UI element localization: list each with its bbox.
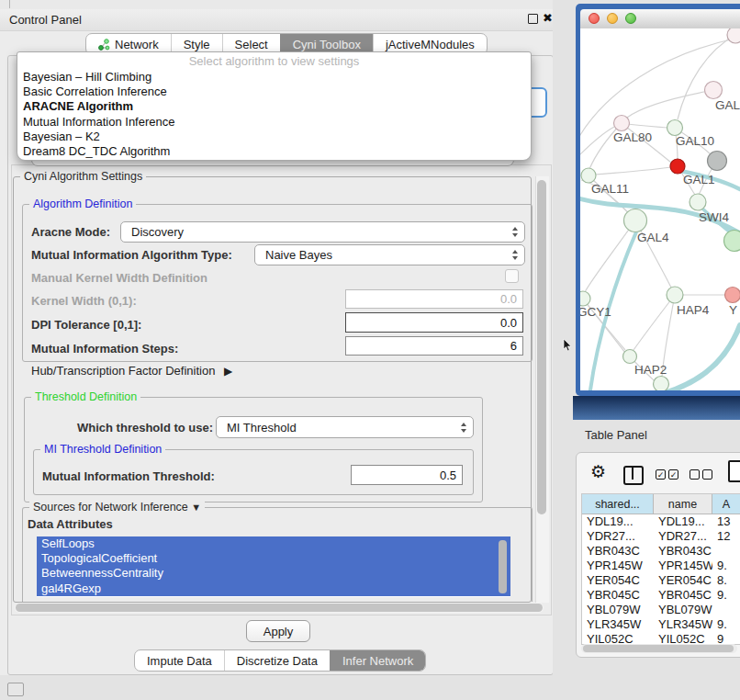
table-row[interactable]: YLR345WYLR345W9. <box>582 617 740 632</box>
node-label: HAP2 <box>634 363 667 377</box>
network-node-hap2[interactable] <box>623 350 637 364</box>
table-row[interactable]: YBL079WYBL079W <box>582 603 740 617</box>
table-row[interactable]: YER054CYER054C8. <box>582 573 740 588</box>
data-attributes-list[interactable]: SelfLoopsTopologicalCoefficientBetweenne… <box>37 536 510 597</box>
network-edge[interactable] <box>580 127 614 156</box>
table-cell: 9. <box>712 559 740 573</box>
algorithm-option[interactable]: Bayesian – K2 <box>17 130 531 144</box>
algorithm-option[interactable]: Dream8 DC_TDC Algorithm <box>17 144 531 159</box>
which-threshold-combo[interactable]: MI Threshold <box>216 416 474 438</box>
data-attributes-label: Data Attributes <box>28 517 113 531</box>
tab-label: Style <box>184 38 210 51</box>
network-node-gal11[interactable] <box>581 168 596 183</box>
document-icon[interactable] <box>728 460 740 482</box>
settings-horizontal-scrollbar-thumb[interactable] <box>16 604 543 612</box>
column-header[interactable]: name <box>654 494 712 514</box>
attribute-item[interactable]: gal4RGexp <box>37 581 510 596</box>
table-horizontal-scrollbar-thumb[interactable] <box>583 645 734 652</box>
attributes-list-scrollbar[interactable] <box>499 540 507 593</box>
aracne-mode-value: Discovery <box>131 225 184 239</box>
algorithm-option[interactable]: ARACNE Algorithm <box>17 99 531 114</box>
table-cell: 13 <box>712 514 740 529</box>
close-traffic-light-icon[interactable] <box>589 13 600 24</box>
node-label: GAL80 <box>613 130 652 144</box>
tab-label: Network <box>115 38 159 51</box>
attribute-item[interactable]: TopologicalCoefficient <box>37 551 510 566</box>
hub-definition-toggle[interactable]: Hub/Transcription Factor Definition ▶ <box>31 364 232 378</box>
network-node-swi4[interactable] <box>690 194 706 210</box>
checked-box-icon: ✓ <box>656 469 666 480</box>
attribute-item[interactable]: SelfLoops <box>37 536 510 551</box>
kernel-width-field[interactable]: 0.0 <box>345 289 523 309</box>
column-header[interactable]: shared... <box>582 494 654 514</box>
network-window-titlebar[interactable] <box>580 9 740 29</box>
network-node-gal4[interactable] <box>624 209 647 232</box>
mi-threshold-value: 0.5 <box>440 469 456 482</box>
network-edge[interactable] <box>633 295 675 350</box>
table-cell: 9 <box>712 632 740 645</box>
unchecked-box-icon <box>702 469 712 480</box>
network-node-hap4[interactable] <box>667 287 683 303</box>
show-columns-icon[interactable]: ✓✓ <box>656 469 678 480</box>
network-node-gal1[interactable] <box>670 159 685 174</box>
network-node-gal[interactable] <box>705 82 723 99</box>
table-row[interactable]: YPR145WYPR145W9. <box>582 559 740 573</box>
table-row[interactable]: YBR045CYBR045C9. <box>582 588 740 603</box>
table-cell: YDR27... <box>654 529 712 544</box>
table-cell: YER054C <box>654 573 712 588</box>
algorithm-option[interactable]: Mutual Information Inference <box>17 115 531 130</box>
network-node[interactable] <box>708 152 727 171</box>
node-label: GAL4 <box>637 231 669 244</box>
table-panel-title: Table Panel <box>585 428 647 442</box>
algorithm-option[interactable]: Bayesian – Hill Climbing <box>17 70 531 85</box>
hide-columns-icon[interactable] <box>690 469 712 480</box>
table-cell: YBL079W <box>654 603 712 617</box>
network-node-y[interactable] <box>725 288 740 303</box>
gear-icon[interactable]: ⚙ <box>590 463 606 480</box>
column-header[interactable]: A <box>712 494 740 514</box>
table-row[interactable]: YDR27...YDR27...12 <box>582 529 740 544</box>
desktop-shadow <box>573 396 740 420</box>
settings-vertical-scrollbar-thumb[interactable] <box>537 180 546 514</box>
attribute-item[interactable]: BetweennessCentrality <box>37 566 510 581</box>
node-label: GCY1 <box>580 305 611 319</box>
network-node-gcy1[interactable] <box>580 291 590 306</box>
tab-label: Cyni Toolbox <box>293 38 361 51</box>
network-edge[interactable] <box>627 90 713 118</box>
aracne-mode-combo[interactable]: Discovery <box>120 221 525 243</box>
network-canvas[interactable]: GALGAL80GAL10GAL1GAL11SWI4GAL4GCY1HAP4YH… <box>580 28 740 390</box>
bottom-left-widget[interactable] <box>7 683 24 696</box>
table-row[interactable]: YIL052CYIL052C9 <box>582 632 740 645</box>
bottom-tab-infer-network[interactable]: Infer Network <box>330 650 425 671</box>
manual-kernel-checkbox[interactable] <box>505 269 519 283</box>
mi-type-combo[interactable]: Naive Bayes <box>254 244 525 265</box>
node-label: GAL <box>715 98 740 112</box>
tab-label: Select <box>235 38 268 51</box>
dpi-tolerance-field[interactable]: 0.0 <box>345 312 523 333</box>
table-row[interactable]: YBR043CYBR043C <box>582 544 740 559</box>
algorithm-definition-title: Algorithm Definition <box>29 198 136 210</box>
table-cell: YBR043C <box>654 544 712 559</box>
table-cell: 9. <box>712 588 740 603</box>
network-node-gal80[interactable] <box>614 116 630 131</box>
bottom-tab-impute-data[interactable]: Impute Data <box>135 650 224 671</box>
network-node[interactable] <box>654 377 669 391</box>
table-cell: YBR043C <box>582 544 654 559</box>
network-node[interactable] <box>724 231 740 252</box>
bottom-tab-discretize-data[interactable]: Discretize Data <box>224 650 330 671</box>
collapse-down-icon[interactable]: ▼ <box>191 502 201 513</box>
split-columns-icon[interactable] <box>623 466 644 485</box>
network-node[interactable] <box>727 28 740 43</box>
network-edge[interactable] <box>596 166 678 175</box>
network-node-gal10[interactable] <box>667 120 683 136</box>
close-panel-icon[interactable]: ✖ <box>543 11 553 25</box>
mi-steps-field[interactable]: 6 <box>345 336 523 356</box>
algorithm-option[interactable]: Basic Correlation Inference <box>17 85 531 99</box>
apply-button[interactable]: Apply <box>246 620 310 642</box>
table-cell <box>712 544 740 559</box>
float-window-icon[interactable] <box>528 14 538 24</box>
zoom-traffic-light-icon[interactable] <box>625 13 636 24</box>
minimize-traffic-light-icon[interactable] <box>607 13 618 24</box>
table-row[interactable]: YDL19...YDL19...13 <box>582 514 740 529</box>
mi-threshold-field[interactable]: 0.5 <box>351 465 463 485</box>
